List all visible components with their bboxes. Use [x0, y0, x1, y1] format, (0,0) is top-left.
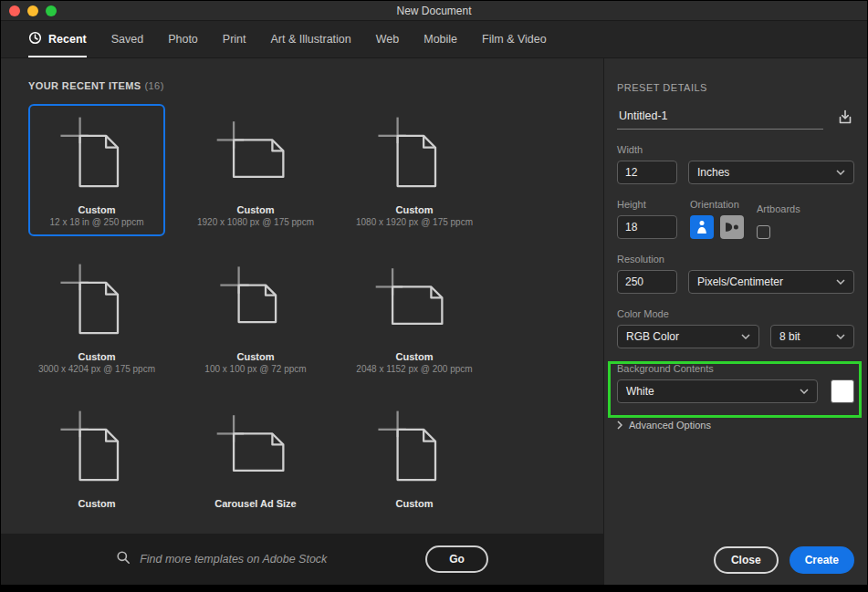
search-icon — [116, 550, 131, 568]
tab-label: Recent — [48, 33, 87, 46]
orientation-portrait-button[interactable] — [690, 215, 714, 239]
recent-items-heading: YOUR RECENT ITEMS(16) — [28, 80, 576, 91]
tab-label: Web — [376, 33, 399, 46]
tab-art-illustration[interactable]: Art & Illustration — [271, 21, 351, 57]
template-card[interactable]: Custom — [346, 398, 483, 520]
orientation-label: Orientation — [690, 199, 744, 210]
tab-label: Mobile — [424, 33, 457, 46]
color-mode-select[interactable]: RGB Color — [617, 325, 759, 348]
width-label: Width — [617, 144, 854, 155]
orientation-landscape-button[interactable] — [720, 215, 744, 239]
chevron-down-icon — [836, 170, 845, 175]
background-contents-label: Background Contents — [617, 363, 854, 374]
width-unit-value: Inches — [697, 166, 729, 179]
preset-details-panel: PRESET DETAILS Width Inches — [603, 58, 867, 585]
template-card[interactable]: Custom 3000 x 4204 px @ 175 ppcm — [28, 251, 165, 383]
adobe-stock-searchbar: Go — [1, 534, 603, 585]
template-name: Custom — [353, 498, 476, 509]
dialog-actions: Close Create — [714, 546, 854, 574]
template-name: Custom — [194, 204, 317, 215]
document-square-icon — [194, 258, 317, 346]
template-card[interactable]: Custom 1920 x 1080 px @ 175 ppcm — [187, 104, 324, 236]
close-button[interactable]: Close — [714, 546, 779, 574]
tab-saved[interactable]: Saved — [111, 21, 143, 57]
resolution-unit-select[interactable]: Pixels/Centimeter — [688, 270, 854, 294]
template-grid: Custom 12 x 18 in @ 250 ppcm Custom 1920… — [28, 104, 576, 520]
width-input[interactable] — [617, 161, 677, 184]
go-button[interactable]: Go — [425, 545, 488, 573]
template-name: Carousel Ad Size — [194, 498, 317, 509]
chevron-right-icon — [617, 421, 622, 430]
artboards-label: Artboards — [757, 203, 800, 214]
chevron-down-icon — [741, 334, 750, 339]
document-name-input[interactable] — [617, 106, 823, 130]
template-dims: 2048 x 1152 px @ 200 ppcm — [353, 364, 476, 374]
template-name: Custom — [194, 351, 317, 362]
color-mode-value: RGB Color — [626, 330, 679, 343]
titlebar: New Document — [1, 1, 867, 21]
recent-items-count: (16) — [145, 80, 164, 91]
document-portrait-icon — [36, 258, 158, 346]
advanced-options-toggle[interactable]: Advanced Options — [617, 420, 854, 431]
tab-web[interactable]: Web — [376, 21, 399, 57]
artboards-checkbox[interactable] — [757, 225, 770, 239]
background-contents-value: White — [626, 385, 654, 398]
bit-depth-select[interactable]: 8 bit — [770, 325, 854, 348]
height-input[interactable] — [617, 215, 677, 239]
landscape-person-icon — [725, 222, 739, 233]
tab-label: Film & Video — [482, 33, 547, 46]
tab-print[interactable]: Print — [223, 21, 246, 57]
template-card[interactable]: Custom 1080 x 1920 px @ 175 ppcm — [346, 104, 483, 236]
advanced-options-label: Advanced Options — [629, 420, 711, 431]
save-preset-button[interactable] — [836, 109, 854, 127]
template-card-selected[interactable]: Custom 12 x 18 in @ 250 ppcm — [28, 104, 165, 236]
template-name: Custom — [353, 351, 476, 362]
tab-label: Photo — [168, 33, 198, 46]
document-landscape-icon — [353, 258, 476, 346]
template-card[interactable]: Carousel Ad Size — [187, 398, 324, 520]
document-landscape-icon — [194, 405, 317, 493]
template-card[interactable]: Custom — [28, 398, 165, 520]
width-unit-select[interactable]: Inches — [688, 161, 854, 184]
template-card[interactable]: Custom 100 x 100 px @ 72 ppcm — [187, 251, 324, 383]
document-portrait-icon — [353, 111, 476, 199]
template-name: Custom — [36, 498, 158, 509]
height-label: Height — [617, 199, 677, 210]
save-preset-icon — [836, 109, 854, 127]
chevron-down-icon — [836, 334, 845, 339]
templates-pane: YOUR RECENT ITEMS(16) Custom 12 x 18 in … — [1, 58, 603, 585]
template-name: Custom — [353, 204, 476, 215]
tab-label: Print — [223, 33, 246, 46]
template-name: Custom — [36, 204, 158, 215]
template-dims: 3000 x 4204 px @ 175 ppcm — [36, 364, 158, 374]
tab-label: Saved — [111, 33, 143, 46]
document-portrait-icon — [36, 111, 158, 199]
background-color-swatch[interactable] — [831, 379, 854, 403]
tab-film-video[interactable]: Film & Video — [482, 21, 547, 57]
tab-mobile[interactable]: Mobile — [424, 21, 457, 57]
search-input[interactable] — [140, 553, 372, 566]
recent-items-area: YOUR RECENT ITEMS(16) Custom 12 x 18 in … — [1, 58, 603, 534]
template-card[interactable]: Custom 2048 x 1152 px @ 200 ppcm — [346, 251, 483, 383]
tab-recent[interactable]: Recent — [28, 21, 87, 57]
create-button[interactable]: Create — [790, 546, 854, 574]
preset-details-heading: PRESET DETAILS — [617, 82, 854, 93]
template-dims: 100 x 100 px @ 72 ppcm — [194, 364, 317, 374]
bit-depth-value: 8 bit — [779, 330, 800, 343]
recent-items-title: YOUR RECENT ITEMS — [28, 80, 141, 91]
tab-photo[interactable]: Photo — [168, 21, 198, 57]
document-portrait-icon — [353, 405, 476, 493]
portrait-person-icon — [696, 220, 707, 234]
chevron-down-icon — [800, 389, 809, 394]
chevron-down-icon — [836, 279, 845, 285]
tab-label: Art & Illustration — [271, 33, 351, 46]
background-contents-select[interactable]: White — [617, 379, 818, 403]
resolution-input[interactable] — [617, 270, 677, 294]
template-dims: 12 x 18 in @ 250 ppcm — [36, 217, 158, 227]
template-dims: 1080 x 1920 px @ 175 ppcm — [353, 217, 476, 227]
window-title: New Document — [1, 5, 867, 17]
template-name: Custom — [36, 351, 158, 362]
document-portrait-icon — [36, 405, 158, 493]
resolution-label: Resolution — [617, 254, 854, 265]
clock-icon — [28, 31, 42, 47]
